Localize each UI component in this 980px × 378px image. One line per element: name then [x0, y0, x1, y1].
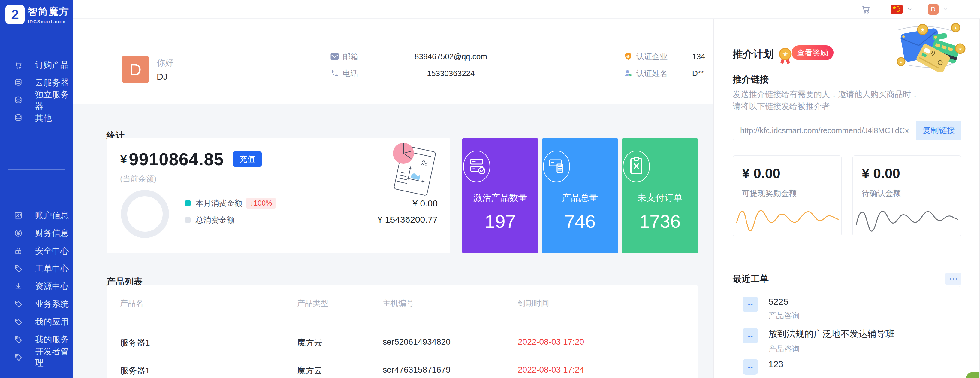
metric-card-total-products[interactable]: 产品总量 746 — [542, 138, 618, 253]
more-options-button[interactable] — [945, 273, 961, 285]
brand-logo[interactable]: 2 智简魔方 IDCSmart.com — [5, 5, 70, 24]
cart-icon[interactable] — [861, 4, 871, 14]
ticket-item[interactable]: -- 123 — [743, 359, 783, 375]
ticket-title: 放到法规的广泛地不发达辅导班 — [768, 328, 894, 340]
avatar: D — [122, 56, 149, 83]
tag-icon — [14, 317, 23, 327]
cert-name-value: D** — [692, 69, 704, 78]
metric-label: 激活产品数量 — [462, 192, 538, 204]
sidebar-item-label: 我的服务 — [35, 334, 69, 345]
referral-panel: 推介计划 ★ 查看奖励 — [713, 19, 980, 378]
person-check-icon — [624, 69, 633, 78]
sidebar-item-ticket-center[interactable]: 工单中心 — [0, 260, 73, 278]
svg-text:★: ★ — [782, 51, 788, 58]
legend-total-consumption: 总消费金额 — [185, 214, 275, 226]
tag-icon — [14, 335, 23, 345]
tag-icon — [14, 299, 23, 309]
email-label: 邮箱 — [343, 51, 379, 62]
trend-down-badge: ↓100% — [247, 198, 275, 209]
sidebar-item-security-center[interactable]: 安全中心 — [0, 242, 73, 260]
balance-stats-card: ¥ 9910864.85 充值 (当前余额) 本月消费金额 ↓100% 总消费金… — [107, 138, 450, 253]
enterprise-shield-icon: 企 — [624, 52, 633, 61]
sidebar-item-order-products[interactable]: 订购产品 — [0, 56, 73, 73]
database-icon — [14, 78, 23, 88]
card-list-icon — [542, 150, 618, 183]
brand-domain: IDCSmart.com — [28, 19, 70, 24]
profile-block: D 你好 DJ — [122, 56, 173, 83]
phone-row: 电话 15330363224 — [330, 68, 523, 79]
sidebar-item-finance-info[interactable]: 财务信息 — [0, 224, 73, 242]
cert-company-value: 134 — [692, 52, 705, 61]
ticket-item[interactable]: -- 5225 产品咨询 — [743, 297, 800, 321]
metric-card-unpaid-orders[interactable]: 未支付订单 1736 — [622, 138, 698, 253]
sidebar-item-account-info[interactable]: 账户信息 — [0, 206, 73, 224]
sidebar-item-label: 业务系统 — [35, 298, 69, 310]
ticket-item[interactable]: -- 放到法规的广泛地不发达辅导班 产品咨询 — [743, 328, 894, 354]
chevron-down-icon[interactable] — [943, 6, 948, 12]
svg-text:★: ★ — [954, 26, 958, 30]
reward-sparkline-gray — [854, 201, 959, 234]
copy-link-button[interactable]: 复制链接 — [916, 121, 961, 140]
sidebar-divider — [8, 169, 65, 170]
brand-logo-icon: 2 — [5, 5, 25, 24]
metric-value: 197 — [462, 211, 538, 232]
balance-note: (当前余额) — [120, 174, 156, 184]
sidebar-item-label: 账户信息 — [35, 210, 69, 221]
sidebar-item-business-system[interactable]: 业务系统 — [0, 295, 73, 313]
ticket-icon: -- — [743, 328, 758, 343]
cert-name-label: 认证姓名 — [636, 68, 681, 79]
phone-icon — [330, 69, 339, 78]
cart-icon — [14, 60, 23, 70]
main-content: 统计 ¥ 9910864.85 充值 (当前余额) 本月消费金额 ↓100% 总… — [73, 104, 713, 378]
referral-link-input[interactable] — [733, 121, 916, 140]
tag-icon — [14, 352, 23, 362]
view-rewards-badge[interactable]: 查看奖励 — [792, 45, 834, 60]
referral-description: 发送推介链接给有需要的人，邀请他人购买商品时， 请将以下链接发给被推介者 — [733, 88, 919, 112]
chevron-down-icon[interactable] — [907, 6, 912, 12]
reward-amount: ¥ 0.00 — [742, 165, 780, 182]
phone-value: 15330363224 — [379, 69, 523, 78]
sidebar-item-my-apps[interactable]: 我的应用 — [0, 313, 73, 330]
recent-tickets-card: -- 5225 产品咨询 -- 放到法规的广泛地不发达辅导班 产品咨询 -- 1… — [733, 286, 961, 378]
sidebar-item-developer-management[interactable]: 开发者管理 — [0, 348, 73, 366]
download-icon — [14, 282, 23, 291]
database-icon — [14, 96, 23, 105]
column-header-host: 主机编号 — [383, 298, 414, 309]
ticket-icon: -- — [743, 297, 758, 312]
metric-label: 产品总量 — [542, 192, 618, 204]
total-consumption-value: ¥ 15436200.77 — [378, 215, 438, 225]
legend-month-consumption: 本月消费金额 ↓100% — [185, 197, 275, 209]
ticket-category: 产品咨询 — [768, 344, 894, 354]
reward-label: 待确认金额 — [862, 188, 901, 199]
sidebar-item-label: 订购产品 — [35, 59, 69, 70]
dashboard-page: 2 智简魔方 IDCSmart.com 订购产品 云服务器 — [0, 0, 980, 378]
sidebar-item-other[interactable]: 其他 — [0, 109, 73, 127]
header-divider — [922, 4, 923, 14]
metric-value: 1736 — [622, 211, 698, 232]
mail-icon — [330, 52, 339, 61]
avatar[interactable]: D — [928, 4, 939, 15]
server-check-icon — [462, 150, 538, 183]
database-icon — [14, 113, 23, 123]
ticket-category: 产品咨询 — [768, 310, 800, 321]
reward-label: 可提现奖励金额 — [742, 188, 797, 199]
withdrawable-reward-card: ¥ 0.00 可提现奖励金额 — [733, 155, 842, 236]
sidebar-item-dedicated-server[interactable]: 独立服务器 — [0, 91, 73, 109]
user-info-card: D 你好 DJ 邮箱 839467502@qq.com 电话 153303632… — [73, 19, 713, 104]
sidebar-item-resource-center[interactable]: 资源中心 — [0, 278, 73, 295]
legend-swatch-gray — [185, 217, 191, 223]
language-flag-icon[interactable]: ★ — [891, 5, 903, 14]
wallet-illustration: ★ ★ ★ ★ — [889, 21, 966, 72]
recharge-button[interactable]: 充值 — [233, 152, 262, 167]
sidebar-item-label: 财务信息 — [35, 228, 69, 239]
column-header-name: 产品名 — [120, 298, 143, 309]
brand-logo-text: 智简魔方 IDCSmart.com — [28, 5, 70, 24]
report-illustration — [385, 139, 442, 200]
svg-text:企: 企 — [626, 54, 630, 59]
svg-text:★: ★ — [958, 46, 962, 51]
clipboard-x-icon — [622, 150, 698, 183]
cert-company-row: 企 认证企业 134 — [624, 51, 705, 62]
metric-card-active-products[interactable]: 激活产品数量 197 — [462, 138, 538, 253]
reward-sparkline-orange — [735, 201, 840, 234]
product-table: 产品名 产品类型 主机编号 到期时间 服务器1 魔方云 ser520614934… — [107, 285, 698, 378]
